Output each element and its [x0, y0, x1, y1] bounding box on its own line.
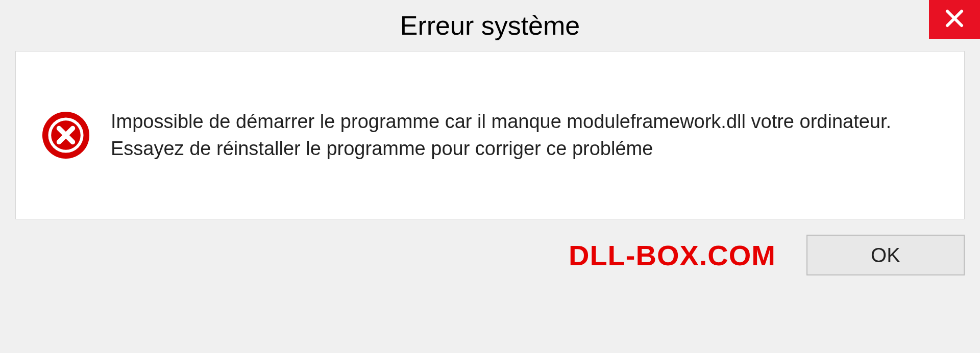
footer-bar: DLL-BOX.COM OK	[0, 219, 980, 291]
close-icon	[944, 8, 965, 31]
content-panel: Impossible de démarrer le programme car …	[15, 51, 965, 219]
error-icon	[41, 111, 90, 160]
ok-button-label: OK	[871, 244, 900, 267]
ok-button[interactable]: OK	[806, 235, 965, 275]
error-message: Impossible de démarrer le programme car …	[111, 108, 934, 162]
close-button[interactable]	[929, 0, 980, 39]
error-dialog: Erreur système Impossible de démarrer le…	[0, 0, 980, 353]
title-bar: Erreur système	[0, 0, 980, 51]
brand-watermark: DLL-BOX.COM	[569, 239, 776, 272]
dialog-title: Erreur système	[400, 10, 580, 41]
